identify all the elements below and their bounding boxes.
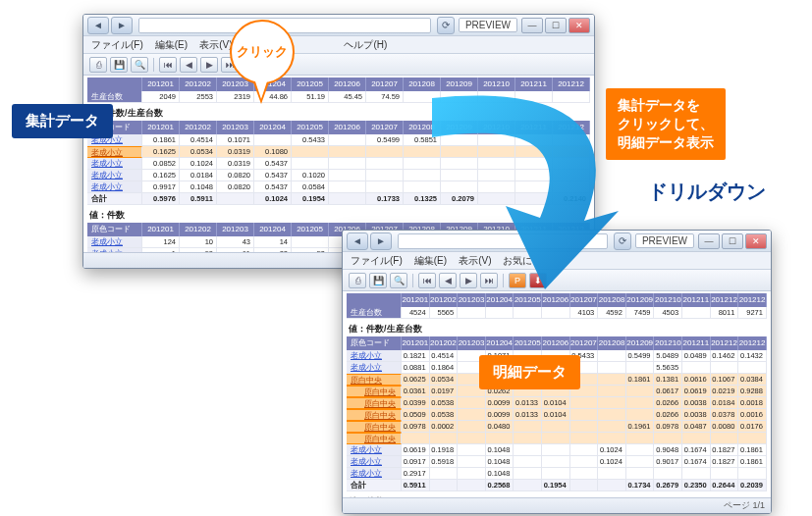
col-201207: 201207 [366, 77, 404, 91]
first-page-icon[interactable]: ⏮ [159, 57, 177, 73]
detail-data-badge: 明細データ [479, 355, 580, 389]
print-icon[interactable]: ⎙ [89, 57, 107, 73]
nav-back-button[interactable]: ◄ [347, 232, 368, 250]
search-icon[interactable]: 🔍 [131, 57, 148, 73]
menu-help[interactable]: ヘルプ(H) [344, 38, 387, 52]
detail-row[interactable]: 原白中央 [347, 433, 767, 444]
close-button[interactable]: ✕ [745, 233, 767, 249]
print-icon[interactable]: ⎙ [349, 273, 366, 288]
data-row[interactable]: 老成小立0.29170.1048 [347, 468, 767, 480]
menu-file[interactable]: ファイル(F) [91, 38, 143, 52]
data-row[interactable]: 老成小立0.09170.59180.10480.10240.90170.1674… [347, 456, 767, 468]
drilldown-caption: ドリルダウン [648, 179, 766, 205]
close-button[interactable]: ✕ [568, 18, 590, 33]
refresh-button[interactable]: ⟳ [437, 17, 455, 34]
col-201205: 201205 [292, 77, 329, 91]
nav-fwd-button[interactable]: ► [370, 232, 392, 250]
page-indicator: ページ 1/1 [724, 499, 765, 512]
maximize-button[interactable]: ☐ [545, 18, 567, 33]
tab-text: PREVIEW [465, 20, 511, 30]
nav-fwd-button[interactable]: ► [111, 17, 133, 34]
col-201201: 201201 [142, 77, 180, 91]
tab-label[interactable]: PREVIEW [459, 18, 517, 32]
statusbar: ページ 1/1 [343, 497, 771, 513]
menu-file[interactable]: ファイル(F) [351, 254, 403, 268]
minimize-button[interactable]: — [521, 18, 543, 33]
note-line-1: 集計データを [618, 96, 714, 115]
save-icon[interactable]: 💾 [369, 273, 387, 288]
separator [153, 58, 154, 72]
minimize-button[interactable]: — [698, 233, 720, 249]
production-row: 生産台数 45245565410345927459450380119271 [347, 307, 767, 319]
total-row: 合計0.59110.25680.19540.17340.26790.23500.… [347, 480, 767, 491]
blank-header [87, 77, 142, 91]
summary-data-badge: 集計データ [12, 104, 113, 138]
production-label: 生産台数 [87, 91, 142, 103]
tab-text: PREVIEW [642, 235, 687, 246]
detail-row[interactable]: 原白中央0.03990.05380.00990.01330.01040.0266… [347, 397, 767, 409]
section-label-ratio: 値：件数/生産台数 [349, 323, 767, 335]
col-201202: 201202 [180, 77, 217, 91]
col-201206: 201206 [329, 77, 366, 91]
toolbar: ⎙ 💾 🔍 ⏮ ◀ ▶ ⏭ P ⬇ [83, 54, 594, 76]
next-page-icon[interactable]: ▶ [200, 57, 218, 73]
menubar: ファイル(F) 編集(E) 表示(V) お ヘルプ(H) [83, 36, 594, 54]
titlebar: ◄ ► ⟳ PREVIEW — ☐ ✕ [83, 15, 594, 36]
search-icon[interactable]: 🔍 [390, 273, 407, 288]
data-row[interactable]: 老成小立0.06190.19180.10480.10240.90480.1674… [347, 444, 767, 456]
menu-view[interactable]: 表示(V) [199, 38, 232, 52]
click-callout-circle: クリック [230, 20, 295, 84]
detail-row[interactable]: 原白中央0.05090.05380.00990.01330.01040.0266… [347, 409, 767, 421]
prev-page-icon[interactable]: ◀ [180, 57, 197, 73]
instruction-note: 集計データを クリックして、 明細データ表示 [606, 88, 726, 160]
report-content: 2012012012022012032012042012052012062012… [343, 291, 771, 513]
note-line-2: クリックして、 [618, 115, 714, 133]
maximize-button[interactable]: ☐ [722, 233, 743, 249]
note-line-3: 明細データ表示 [618, 133, 714, 152]
nav-back-button[interactable]: ◄ [87, 17, 109, 34]
click-callout-tail-inner [255, 81, 267, 99]
save-icon[interactable]: 💾 [110, 57, 128, 73]
detail-row[interactable]: 原白中央0.09780.00020.04800.19610.09780.0487… [347, 421, 767, 433]
menu-edit[interactable]: 編集(E) [155, 38, 188, 52]
